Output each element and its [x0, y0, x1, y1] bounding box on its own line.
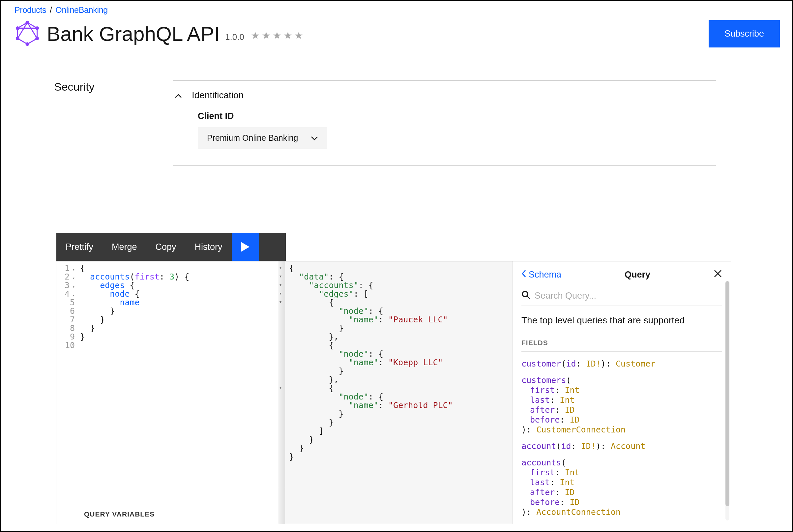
- merge-button[interactable]: Merge: [102, 233, 146, 261]
- scrollbar[interactable]: [726, 281, 729, 520]
- docs-back-button[interactable]: Schema: [521, 270, 561, 280]
- svg-point-6: [35, 37, 39, 40]
- docs-pane: Schema Query The top level queries that …: [512, 261, 731, 524]
- svg-marker-10: [241, 242, 250, 252]
- editor-splitter[interactable]: ▾▾▾▾▾▾: [278, 261, 285, 524]
- chevron-left-icon: [521, 270, 527, 280]
- docs-description: The top level queries that are supported: [521, 315, 722, 326]
- client-id-label: Client ID: [198, 111, 753, 121]
- close-icon[interactable]: [714, 269, 722, 280]
- svg-line-14: [527, 296, 530, 299]
- client-id-value: Premium Online Banking: [207, 133, 298, 143]
- docs-fields-heading: FIELDS: [521, 339, 722, 352]
- chevron-down-icon: [311, 133, 318, 143]
- prettify-button[interactable]: Prettify: [56, 233, 102, 261]
- docs-field[interactable]: customers(first: Intlast: Intafter: IDbe…: [521, 376, 722, 435]
- docs-field[interactable]: account(id: ID!): Account: [521, 441, 722, 451]
- chevron-up-icon[interactable]: [175, 90, 182, 100]
- query-variables-tab[interactable]: QUERY VARIABLES: [56, 504, 278, 524]
- graphiql-panel: Prettify Merge Copy History 1▾2▾3▾4▾5678…: [56, 233, 731, 524]
- security-heading: Security: [54, 80, 173, 93]
- page-title: Bank GraphQL API: [47, 22, 220, 45]
- breadcrumb-product[interactable]: OnlineBanking: [55, 5, 108, 15]
- history-button[interactable]: History: [186, 233, 232, 261]
- result-pane: { "data": { "accounts": { "edges": [ { "…: [285, 261, 512, 524]
- svg-point-5: [35, 26, 39, 30]
- api-version: 1.0.0: [225, 32, 244, 42]
- star-rating[interactable]: ★★★★★: [251, 30, 305, 41]
- docs-field[interactable]: customer(id: ID!): Customer: [521, 359, 722, 369]
- svg-point-8: [16, 37, 19, 40]
- graphql-logo-icon: [15, 20, 40, 48]
- identification-label: Identification: [192, 90, 244, 100]
- search-icon: [521, 290, 535, 301]
- docs-search-input[interactable]: [535, 291, 722, 301]
- client-id-dropdown[interactable]: Premium Online Banking: [198, 127, 327, 149]
- breadcrumb: Products / OnlineBanking: [15, 5, 780, 15]
- graphiql-toolbar: Prettify Merge Copy History: [56, 233, 286, 261]
- svg-point-7: [26, 42, 29, 46]
- docs-title: Query: [624, 270, 650, 280]
- play-button[interactable]: [232, 233, 259, 261]
- breadcrumb-separator: /: [50, 5, 52, 15]
- copy-button[interactable]: Copy: [146, 233, 186, 261]
- svg-point-13: [522, 291, 528, 297]
- breadcrumb-products[interactable]: Products: [15, 5, 46, 15]
- svg-point-4: [26, 20, 29, 24]
- query-editor[interactable]: 1▾2▾3▾4▾5678910 { accounts(first: 3) { e…: [56, 261, 278, 504]
- subscribe-button[interactable]: Subscribe: [709, 20, 780, 48]
- docs-field[interactable]: accounts(first: Intlast: Intafter: IDbef…: [521, 458, 722, 517]
- svg-point-9: [16, 26, 19, 30]
